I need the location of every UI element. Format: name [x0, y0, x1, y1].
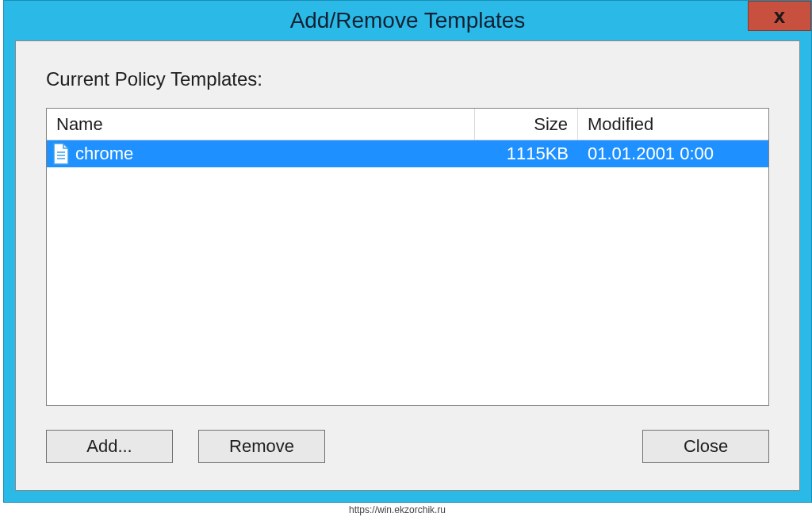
cell-size: 1115KB: [475, 144, 578, 164]
cell-modified: 01.01.2001 0:00: [578, 144, 768, 164]
cell-name: chrome: [47, 143, 475, 165]
column-header-modified[interactable]: Modified: [578, 109, 768, 140]
dialog-window: Add/Remove Templates x Current Policy Te…: [3, 0, 812, 503]
templates-listview[interactable]: Name Size Modified: [46, 108, 769, 406]
close-window-button[interactable]: x: [748, 1, 811, 31]
close-button[interactable]: Close: [642, 430, 769, 463]
cell-name-text: chrome: [75, 144, 133, 164]
column-header-size[interactable]: Size: [475, 109, 578, 140]
client-area: Current Policy Templates: Name Size Modi…: [15, 40, 800, 491]
listview-body: chrome 1115KB 01.01.2001 0:00: [47, 140, 768, 167]
watermark-text: https://win.ekzorchik.ru: [349, 504, 446, 515]
titlebar: Add/Remove Templates x: [4, 1, 811, 40]
button-row: Add... Remove Close: [46, 430, 769, 463]
section-label: Current Policy Templates:: [46, 68, 769, 90]
column-header-name[interactable]: Name: [47, 109, 475, 140]
file-icon: [52, 143, 71, 165]
add-button[interactable]: Add...: [46, 430, 173, 463]
window-title: Add/Remove Templates: [290, 8, 526, 33]
listview-header: Name Size Modified: [47, 109, 768, 140]
remove-button[interactable]: Remove: [198, 430, 325, 463]
close-icon: x: [774, 4, 785, 29]
list-item[interactable]: chrome 1115KB 01.01.2001 0:00: [47, 140, 768, 167]
